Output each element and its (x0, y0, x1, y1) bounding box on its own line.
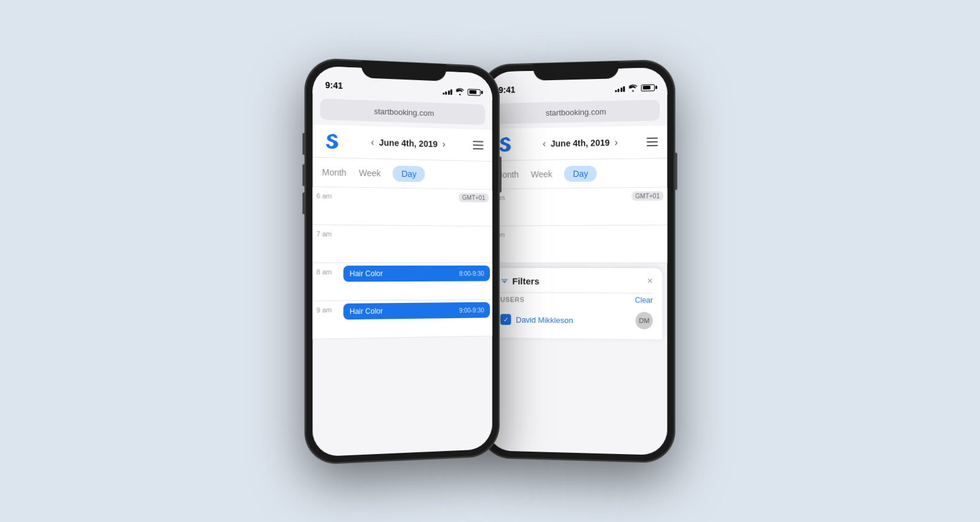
filter-icon (500, 276, 509, 285)
filter-clear-button[interactable]: Clear (635, 296, 653, 304)
time-content-7am-right (513, 225, 667, 263)
filter-divider (500, 292, 653, 293)
screen-left: 9:41 (312, 65, 492, 457)
time-label-8am-left: 8 am (312, 263, 341, 281)
user-name-david: David Mikkleson (516, 315, 573, 324)
url-bar-left[interactable]: startbooking.com (320, 98, 485, 124)
hamburger-line3r (647, 144, 658, 146)
next-arrow-right[interactable]: › (614, 136, 617, 147)
time-content-6am-left: GMT+01 (341, 187, 492, 226)
gmt-badge-right: GMT+01 (631, 191, 663, 201)
time-row-6am-right: 6 am GMT+01 (486, 187, 667, 226)
time-row-7am-left: 7 am (312, 225, 492, 263)
nav-section-left: ‹ June 4th, 2019 › (371, 136, 446, 149)
battery-fill-right (643, 85, 650, 89)
bar1r (615, 90, 617, 92)
status-icons-left (442, 87, 480, 95)
hamburger-line2r (647, 141, 658, 142)
user-avatar-david: DM (635, 311, 652, 329)
status-time-left: 9:41 (325, 80, 343, 90)
date-left: June 4th, 2019 (379, 137, 437, 149)
time-row-7am-right: 7 am (486, 225, 667, 263)
time-content-9am-left: Hair Color 9:00-9:30 (341, 299, 492, 338)
event-haircolor-1-left[interactable]: Hair Color 8:00-9:30 (344, 265, 490, 282)
wifi-icon-left (455, 88, 464, 95)
filter-header: Filters × (500, 275, 653, 286)
hamburger-line1r (647, 137, 658, 138)
notch-right (533, 61, 619, 81)
calendar-right: 6 am GMT+01 7 am (486, 187, 667, 263)
filter-close-button[interactable]: × (647, 275, 653, 286)
time-content-8am-left: Hair Color 8:00-9:30 (341, 263, 492, 300)
event-time-1-left: 8:00-9:30 (459, 270, 484, 277)
time-label-7am-left: 7 am (312, 225, 341, 242)
time-row-6am-left: 6 am GMT+01 (312, 187, 492, 226)
wifi-icon-right (628, 84, 638, 91)
nav-section-right: ‹ June 4th, 2019 › (543, 136, 618, 149)
hamburger-line2 (473, 144, 483, 146)
tab-week-right[interactable]: Week (531, 169, 552, 179)
time-label-9am-left: 9 am (312, 300, 341, 318)
app-content-left: startbooking.com ‹ June 4th, 2019 › (312, 93, 492, 457)
view-tabs-left: Month Week Day (312, 157, 492, 190)
gmt-badge-left: GMT+01 (459, 193, 489, 202)
event-haircolor-2-left[interactable]: Hair Color 9:00-9:30 (344, 302, 490, 319)
time-row-9am-left: 9 am Hair Color 9:00-9:30 (312, 299, 492, 339)
battery-icon-left (467, 88, 480, 95)
calendar-left: 6 am GMT+01 7 am 8 am (312, 187, 492, 339)
bar2r (617, 89, 619, 92)
url-bar-right[interactable]: startbooking.com (494, 99, 660, 124)
battery-icon-right (641, 84, 655, 91)
bar4 (450, 89, 452, 95)
time-content-6am-right: GMT+01 (513, 187, 667, 225)
filter-panel: Filters × USERS Clear David Mikkleson DM (491, 267, 662, 339)
user-checkbox-david[interactable] (500, 314, 511, 325)
filter-title: Filters (500, 275, 540, 286)
bar1 (442, 92, 444, 94)
bar4r (623, 86, 625, 92)
hamburger-left[interactable] (473, 141, 483, 149)
signal-bars-left (442, 87, 452, 95)
url-text-left: startbooking.com (374, 106, 434, 117)
date-right: June 4th, 2019 (551, 138, 609, 149)
app-header-left: ‹ June 4th, 2019 › (312, 124, 492, 162)
phone-right: 9:41 (480, 59, 675, 463)
tab-day-left[interactable]: Day (393, 165, 425, 182)
signal-bars-right (615, 84, 625, 91)
event-title-1-left: Hair Color (350, 269, 383, 278)
prev-arrow-left[interactable]: ‹ (371, 136, 374, 147)
next-arrow-left[interactable]: › (442, 138, 445, 149)
notch-left (361, 60, 447, 81)
time-content-7am-left (341, 225, 492, 263)
hamburger-line1 (473, 141, 483, 142)
tab-month-left[interactable]: Month (322, 167, 347, 177)
filter-users-label: USERS (500, 296, 525, 303)
time-row-8am-left: 8 am Hair Color 8:00-9:30 (312, 263, 492, 300)
hamburger-right[interactable] (647, 137, 658, 146)
time-label-6am-left: 6 am (312, 187, 341, 204)
filter-title-text: Filters (512, 275, 539, 286)
view-tabs-right: Month Week Day (486, 158, 667, 189)
app-content-right: startbooking.com ‹ June 4th, 2019 › (486, 94, 667, 455)
event-title-2-left: Hair Color (350, 307, 383, 316)
app-header-right: ‹ June 4th, 2019 › (486, 125, 667, 161)
battery-fill-left (469, 90, 477, 94)
hamburger-line3 (473, 147, 483, 149)
status-time-right: 9:41 (499, 84, 515, 95)
url-text-right: startbooking.com (546, 106, 606, 117)
filter-users-header: USERS Clear (500, 295, 653, 304)
prev-arrow-right[interactable]: ‹ (543, 138, 546, 149)
bar3r (620, 88, 622, 92)
status-icons-right (615, 83, 655, 92)
bar3 (448, 90, 450, 94)
bar2 (445, 91, 447, 94)
event-time-2-left: 9:00-9:30 (459, 307, 484, 313)
user-row-david: David Mikkleson DM (500, 308, 653, 332)
tab-day-right[interactable]: Day (565, 165, 597, 182)
screen-right: 9:41 (486, 67, 667, 455)
logo-left (322, 131, 342, 151)
phones-container: 9:41 (306, 62, 674, 460)
tab-week-left[interactable]: Week (359, 168, 381, 178)
phone-left: 9:41 (305, 58, 499, 464)
avatar-initials-david: DM (639, 316, 649, 324)
